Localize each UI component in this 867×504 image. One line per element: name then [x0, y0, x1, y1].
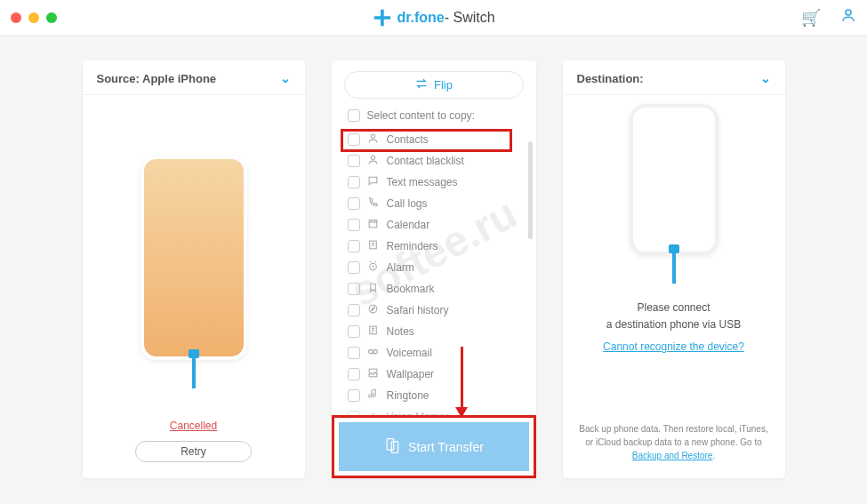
- list-item[interactable]: Safari history: [348, 300, 527, 321]
- flip-icon: [414, 78, 429, 92]
- item-label: Notes: [387, 325, 414, 338]
- list-item[interactable]: Voicemail: [348, 342, 527, 364]
- select-all-label: Select content to copy:: [367, 109, 475, 122]
- phone-placeholder: [630, 104, 718, 255]
- checkbox[interactable]: [348, 325, 360, 338]
- source-status: Cancelled Retry: [83, 420, 305, 478]
- destination-message: Please connect a destination phone via U…: [563, 300, 785, 356]
- call-icon: [367, 196, 380, 211]
- maximize-icon[interactable]: [46, 12, 57, 23]
- chevron-down-icon: ⌄: [280, 71, 291, 85]
- destination-footer: Back up phone data. Then restore local, …: [563, 410, 785, 478]
- calendar-icon: [367, 218, 380, 232]
- item-label: Safari history: [387, 304, 449, 316]
- backup-restore-link[interactable]: Backup and Restore: [632, 451, 713, 460]
- destination-phone-area: [563, 95, 785, 264]
- voicemail-icon: [367, 346, 380, 360]
- select-all-row[interactable]: Select content to copy:: [348, 109, 527, 122]
- dest-msg-line2: a destination phone via USB: [579, 316, 769, 333]
- retry-button[interactable]: Retry: [135, 441, 252, 462]
- checkbox[interactable]: [348, 368, 360, 380]
- item-label: Wallpaper: [387, 368, 435, 380]
- titlebar: dr.fone- Switch 🛒: [0, 0, 867, 36]
- cart-icon[interactable]: 🛒: [801, 8, 821, 28]
- list-item[interactable]: Wallpaper: [348, 364, 527, 385]
- item-label: Bookmark: [387, 283, 435, 295]
- select-all-checkbox[interactable]: [348, 109, 360, 122]
- item-label: Contact blacklist: [387, 155, 464, 167]
- item-label: Ringtone: [387, 389, 429, 402]
- app-brand: dr.fone- Switch: [372, 8, 494, 28]
- svg-rect-11: [387, 439, 394, 451]
- list-item[interactable]: Call logs: [348, 193, 527, 214]
- checkbox[interactable]: [348, 389, 360, 402]
- iphone-illustration: [140, 156, 247, 360]
- list-item[interactable]: Reminders: [348, 236, 527, 257]
- notes-icon: [367, 324, 380, 339]
- checkbox[interactable]: [348, 176, 360, 188]
- flip-button[interactable]: Flip: [344, 71, 524, 99]
- minimize-icon[interactable]: [28, 12, 39, 23]
- list-item[interactable]: Alarm: [348, 257, 527, 278]
- checkbox[interactable]: [348, 155, 360, 167]
- message-icon: [367, 175, 380, 189]
- cannot-recognize-link[interactable]: Cannot recognize the device?: [603, 339, 744, 356]
- source-phone-area: [83, 95, 305, 420]
- destination-header[interactable]: Destination: ⌄: [563, 60, 785, 95]
- ringtone-icon: [367, 388, 380, 403]
- item-label: Alarm: [387, 261, 414, 274]
- start-label: Start Transfer: [408, 440, 484, 454]
- safari-icon: [367, 303, 380, 317]
- svg-point-8: [369, 349, 373, 353]
- checkbox[interactable]: [348, 283, 360, 295]
- item-label: Call logs: [387, 197, 428, 210]
- annotation-arrow: [461, 347, 463, 416]
- item-label: Text messages: [387, 176, 458, 188]
- checkbox[interactable]: [348, 261, 360, 274]
- checkbox[interactable]: [348, 347, 360, 359]
- source-title: Source: Apple iPhone: [97, 72, 217, 85]
- highlight-contacts: [341, 129, 512, 152]
- list-item[interactable]: Voice Memos: [348, 406, 527, 415]
- main-content: Source: Apple iPhone ⌄ Cancelled Retry F…: [0, 36, 867, 504]
- content-panel: Flip Select content to copy: Contacts Co…: [332, 60, 536, 478]
- scrollbar[interactable]: [528, 141, 533, 239]
- cancelled-link[interactable]: Cancelled: [170, 420, 217, 432]
- footer-text: Back up phone data. Then restore local, …: [579, 424, 767, 447]
- window-controls: [11, 12, 57, 23]
- list-item[interactable]: Calendar: [348, 214, 527, 236]
- svg-point-9: [373, 349, 377, 353]
- highlight-start: Start Transfer: [332, 415, 536, 478]
- source-header[interactable]: Source: Apple iPhone ⌄: [83, 60, 305, 95]
- source-panel: Source: Apple iPhone ⌄ Cancelled Retry: [83, 60, 305, 478]
- item-label: Reminders: [387, 240, 438, 252]
- close-icon[interactable]: [11, 12, 21, 23]
- wallpaper-icon: [367, 367, 380, 381]
- chevron-down-icon: ⌄: [760, 71, 771, 85]
- checkbox[interactable]: [348, 219, 360, 231]
- cable-icon: [672, 252, 676, 284]
- list-item[interactable]: Text messages: [348, 172, 527, 193]
- list-item[interactable]: Bookmark: [348, 278, 527, 300]
- svg-rect-3: [369, 220, 377, 228]
- checkbox[interactable]: [348, 240, 360, 252]
- transfer-icon: [383, 436, 401, 457]
- start-transfer-button[interactable]: Start Transfer: [339, 422, 529, 471]
- user-icon[interactable]: [840, 7, 856, 28]
- svg-point-6: [369, 305, 377, 313]
- checkbox[interactable]: [348, 197, 360, 210]
- svg-rect-12: [391, 442, 398, 453]
- list-item[interactable]: Ringtone: [348, 385, 527, 406]
- plus-icon: [372, 8, 391, 28]
- checkbox[interactable]: [348, 304, 360, 316]
- list-item[interactable]: Contact blacklist: [348, 150, 527, 172]
- contacts-icon: [367, 154, 380, 168]
- svg-point-2: [371, 156, 374, 159]
- dest-msg-line1: Please connect: [579, 300, 769, 316]
- item-label: Calendar: [387, 219, 430, 231]
- item-label: Voicemail: [387, 347, 432, 359]
- reminder-icon: [367, 239, 380, 253]
- content-list: Select content to copy: Contacts Contact…: [332, 106, 536, 415]
- cable-icon: [192, 356, 196, 388]
- list-item[interactable]: Notes: [348, 321, 527, 342]
